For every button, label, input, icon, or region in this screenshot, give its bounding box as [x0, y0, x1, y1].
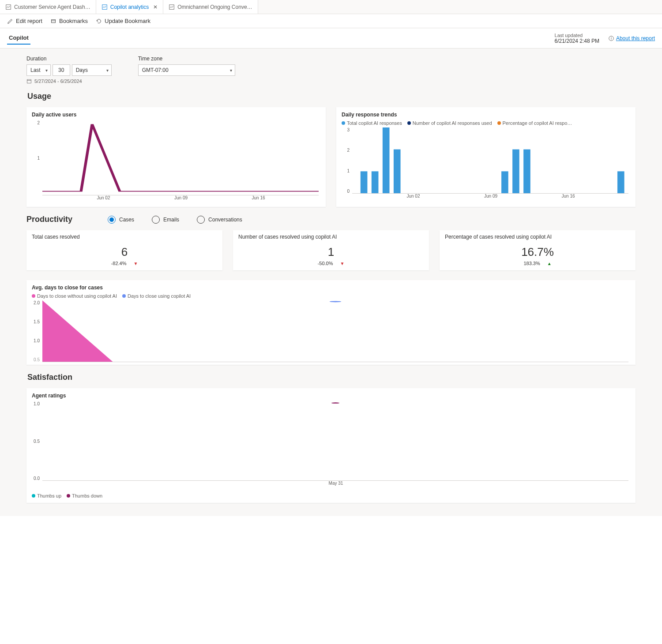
tab-customer-service-dashboard[interactable]: Customer Service Agent Dash…	[0, 0, 96, 14]
chart-legend: Days to close without using copilot AI D…	[32, 293, 630, 299]
update-bookmark-button[interactable]: Update Bookmark	[96, 18, 150, 24]
svg-marker-18	[42, 300, 113, 362]
trend-up-icon: ▲	[547, 261, 552, 266]
duration-filter: Duration Last ▾ 30 Days ▾ 5/27/2024 - 6/…	[26, 56, 112, 84]
x-axis: Jun 02Jun 09Jun 16	[41, 195, 320, 204]
legend-swatch	[32, 294, 35, 298]
trend-down-icon: ▼	[340, 261, 344, 266]
chart-legend: Thumbs up Thumbs down	[32, 493, 630, 498]
document-tabs: Customer Service Agent Dash… Copilot ana…	[0, 0, 662, 14]
legend-swatch	[32, 494, 35, 498]
input-value: 30	[58, 67, 64, 73]
duration-label: Duration	[26, 56, 112, 62]
radio-label: Cases	[119, 217, 134, 223]
chevron-down-icon: ▾	[45, 68, 48, 73]
legend-item: Number of copilot AI responses used	[407, 120, 492, 126]
legend-swatch	[407, 121, 411, 125]
chart-title: Daily response trends	[342, 112, 630, 118]
chart-avg-days-to-close[interactable]: 2.01.51.00.5	[32, 300, 630, 362]
radio-icon	[108, 216, 116, 224]
y-axis: 1.00.50.0	[32, 401, 41, 481]
edit-report-button[interactable]: Edit report	[7, 18, 42, 24]
tab-omnichannel-ongoing[interactable]: Omnichannel Ongoing Conve…	[163, 0, 258, 14]
card-daily-response-trends: Daily response trends Total copilot AI r…	[336, 107, 636, 207]
chart-title: Daily active users	[32, 112, 320, 118]
button-label: Edit report	[16, 18, 42, 24]
legend-item: Thumbs up	[32, 493, 61, 498]
tab-label: Customer Service Agent Dash…	[14, 4, 90, 10]
legend-swatch	[342, 121, 345, 125]
legend-swatch	[497, 121, 501, 125]
svg-point-19	[330, 301, 342, 302]
kpi-delta: -50.0% ▼	[238, 261, 424, 266]
bookmarks-button[interactable]: Bookmarks	[50, 18, 88, 24]
chevron-down-icon: ▾	[106, 68, 109, 73]
legend-item: Percentage of copilot AI respo…	[497, 120, 572, 126]
scatter-plot	[42, 401, 628, 480]
duration-number-input[interactable]: 30	[53, 64, 70, 76]
radio-label: Emails	[163, 217, 179, 223]
last-updated-value: 6/21/2024 2:48 PM	[555, 38, 599, 44]
svg-rect-10	[361, 171, 368, 193]
kpi-title: Percentage of cases resolved using copil…	[445, 234, 630, 240]
button-label: Update Bookmark	[105, 18, 150, 24]
chevron-down-icon: ▾	[230, 68, 232, 73]
svg-rect-16	[523, 150, 530, 193]
radio-emails[interactable]: Emails	[152, 216, 179, 224]
svg-rect-3	[52, 19, 56, 22]
section-title-satisfaction: Satisfaction	[27, 373, 636, 382]
chart-legend: Total copilot AI responses Number of cop…	[342, 120, 630, 126]
last-updated: Last updated 6/21/2024 2:48 PM	[555, 33, 599, 44]
duration-mode-select[interactable]: Last ▾	[26, 64, 51, 76]
kpi-total-cases-resolved: Total cases resolved 6 -82.4% ▼	[26, 230, 222, 270]
productivity-header: Productivity Cases Emails Conversations	[26, 215, 636, 224]
chart-daily-response-trends[interactable]: 3210 Jun 02Jun 09Jun 16	[342, 127, 630, 202]
radio-cases[interactable]: Cases	[108, 216, 134, 224]
svg-rect-15	[512, 150, 519, 193]
x-axis: May 31	[41, 481, 630, 490]
kpi-delta: -82.4% ▼	[32, 261, 217, 266]
pencil-icon	[7, 18, 13, 24]
radio-icon	[152, 216, 160, 224]
calendar-icon	[26, 79, 32, 84]
close-icon[interactable]: ✕	[153, 4, 158, 10]
card-daily-active-users: Daily active users 210 Jun 02Jun 09Jun 1…	[26, 107, 326, 207]
chart-title: Avg. days to close for cases	[32, 285, 630, 291]
duration-unit-select[interactable]: Days ▾	[72, 64, 112, 76]
svg-rect-11	[372, 171, 379, 193]
chart-title: Agent ratings	[32, 393, 630, 399]
toolbar: Edit report Bookmarks Update Bookmark	[0, 14, 662, 28]
link-label: About this report	[616, 35, 655, 41]
y-axis: 210	[32, 120, 41, 195]
legend-swatch	[67, 494, 70, 498]
timezone-select[interactable]: GMT-07:00 ▾	[138, 64, 235, 76]
report-page-tab-copilot[interactable]: Copilot	[7, 32, 30, 45]
area-plot	[42, 300, 628, 362]
report-icon	[169, 4, 175, 10]
kpi-value: 6	[32, 245, 217, 259]
radio-conversations[interactable]: Conversations	[197, 216, 242, 224]
kpi-value: 16.7%	[445, 245, 630, 259]
select-value: GMT-07:00	[142, 67, 169, 73]
date-range: 5/27/2024 - 6/25/2024	[26, 79, 112, 84]
legend-item: Days to close using copilot AI	[122, 293, 191, 299]
radio-label: Conversations	[208, 217, 242, 223]
legend-swatch	[122, 294, 126, 298]
report-subheader: Copilot Last updated 6/21/2024 2:48 PM A…	[0, 28, 662, 49]
line-plot	[42, 120, 319, 195]
timezone-filter: Time zone GMT-07:00 ▾	[138, 56, 235, 84]
tab-copilot-analytics[interactable]: Copilot analytics ✕	[96, 0, 163, 14]
about-this-report-link[interactable]: About this report	[608, 35, 655, 41]
legend-item: Thumbs down	[67, 493, 102, 498]
kpi-delta: 183.3% ▲	[445, 261, 630, 266]
svg-rect-12	[383, 127, 390, 193]
bar-plot	[352, 127, 628, 193]
svg-point-20	[331, 402, 340, 404]
chart-daily-active-users[interactable]: 210 Jun 02Jun 09Jun 16	[32, 120, 320, 204]
section-title-usage: Usage	[27, 92, 636, 101]
kpi-value: 1	[238, 245, 424, 259]
report-icon	[5, 4, 11, 10]
kpi-cases-resolved-copilot: Number of cases resolved using copilot A…	[233, 230, 429, 270]
card-avg-days-to-close: Avg. days to close for cases Days to clo…	[26, 280, 636, 365]
chart-agent-ratings[interactable]: 1.00.50.0 May 31	[32, 401, 630, 490]
